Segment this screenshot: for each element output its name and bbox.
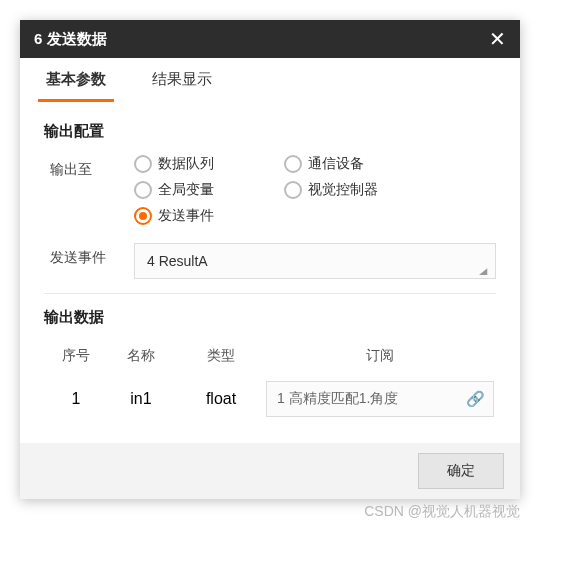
output-to-label: 输出至 — [44, 155, 134, 179]
subscribe-input[interactable]: 1 高精度匹配1.角度 🔗 — [266, 381, 494, 417]
radio-vision-controller[interactable]: 视觉控制器 — [284, 181, 434, 199]
close-icon[interactable]: ✕ — [489, 27, 506, 51]
radio-label: 视觉控制器 — [308, 181, 378, 199]
send-event-select[interactable]: 4 ResultA — [134, 243, 496, 279]
radio-global-var[interactable]: 全局变量 — [134, 181, 284, 199]
row-output-to: 输出至 数据队列 通信设备 全局变量 视觉控制器 发送事件 — [44, 155, 496, 233]
tab-basic-params[interactable]: 基本参数 — [38, 58, 114, 102]
tab-result-display[interactable]: 结果显示 — [144, 58, 220, 102]
radio-circle-icon — [134, 181, 152, 199]
cell-type: float — [176, 390, 266, 408]
radio-label: 通信设备 — [308, 155, 364, 173]
radio-circle-icon — [284, 155, 302, 173]
output-to-options: 数据队列 通信设备 全局变量 视觉控制器 发送事件 — [134, 155, 496, 233]
radio-comm-device[interactable]: 通信设备 — [284, 155, 434, 173]
radio-data-queue[interactable]: 数据队列 — [134, 155, 284, 173]
dialog-title: 6 发送数据 — [34, 30, 107, 49]
dialog-footer: 确定 — [20, 443, 520, 499]
header-index: 序号 — [46, 347, 106, 365]
radio-send-event[interactable]: 发送事件 — [134, 207, 284, 225]
send-event-value: 4 ResultA — [147, 253, 208, 269]
radio-circle-icon — [284, 181, 302, 199]
send-data-dialog: 6 发送数据 ✕ 基本参数 结果显示 输出配置 输出至 数据队列 通信设备 全局… — [20, 20, 520, 499]
titlebar: 6 发送数据 ✕ — [20, 20, 520, 58]
divider — [44, 293, 496, 294]
radio-label: 全局变量 — [158, 181, 214, 199]
table-row: 1 in1 float 1 高精度匹配1.角度 🔗 — [44, 375, 496, 423]
send-event-label: 发送事件 — [44, 243, 134, 267]
subscribe-value: 1 高精度匹配1.角度 — [277, 390, 398, 408]
link-icon[interactable]: 🔗 — [466, 390, 485, 408]
output-table-header: 序号 名称 类型 订阅 — [44, 341, 496, 375]
header-name: 名称 — [106, 347, 176, 365]
cell-index: 1 — [46, 390, 106, 408]
row-send-event: 发送事件 4 ResultA — [44, 243, 496, 279]
watermark: CSDN @视觉人机器视觉 — [20, 503, 520, 521]
radio-circle-icon — [134, 207, 152, 225]
section-output-data: 输出数据 — [44, 308, 496, 327]
dialog-body: 输出配置 输出至 数据队列 通信设备 全局变量 视觉控制器 发送事件 发送事件 — [20, 102, 520, 443]
radio-label: 数据队列 — [158, 155, 214, 173]
header-subscribe: 订阅 — [266, 347, 494, 365]
radio-label: 发送事件 — [158, 207, 214, 225]
cell-name: in1 — [106, 390, 176, 408]
section-output-config: 输出配置 — [44, 122, 496, 141]
radio-circle-icon — [134, 155, 152, 173]
tab-bar: 基本参数 结果显示 — [20, 58, 520, 102]
ok-button[interactable]: 确定 — [418, 453, 504, 489]
header-type: 类型 — [176, 347, 266, 365]
